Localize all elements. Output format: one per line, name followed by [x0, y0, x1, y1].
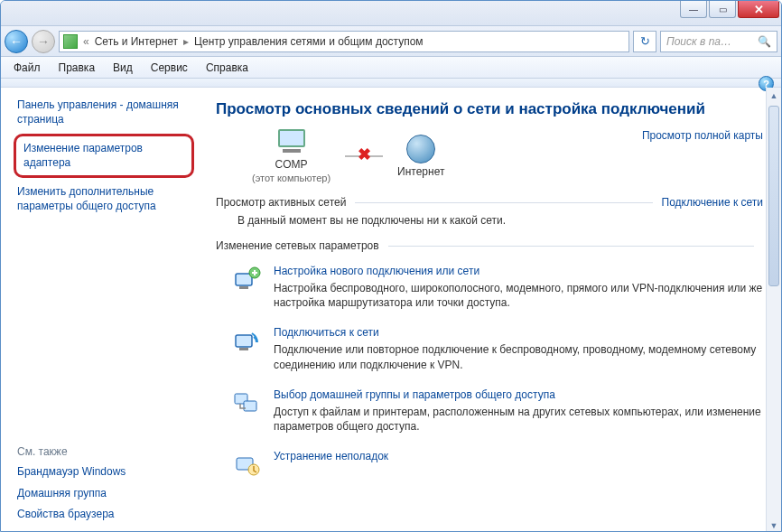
sidebar-change-sharing-settings[interactable]: Изменить дополнительные параметры общего… [17, 182, 191, 217]
breadcrumb-part[interactable]: Сеть и Интернет [95, 35, 178, 48]
option-title: Выбор домашней группы и параметров общег… [274, 388, 763, 401]
option-description: Настройка беспроводного, широкополосного… [274, 281, 763, 310]
option-description: Подключение или повторное подключение к … [274, 342, 763, 371]
sidebar-see-also-label: См. также [17, 438, 191, 462]
content-area: Просмотр основных сведений о сети и наст… [198, 88, 781, 532]
node-label: COMP [275, 158, 308, 171]
refresh-button[interactable]: ↻ [633, 31, 656, 52]
minimize-button[interactable]: — [680, 1, 707, 18]
setup-connection-icon [232, 265, 263, 295]
option-homegroup-sharing[interactable]: Выбор домашней группы и параметров общег… [216, 381, 763, 443]
network-map-row: Просмотр полной карты COMP (этот компьют… [216, 129, 763, 183]
breadcrumb-part[interactable]: Центр управления сетями и общим доступом [194, 35, 424, 48]
connect-network-icon [232, 326, 263, 357]
option-title: Настройка нового подключения или сети [274, 265, 763, 277]
option-setup-new-connection[interactable]: Настройка нового подключения или сети На… [216, 257, 763, 319]
view-full-map-link[interactable]: Просмотр полной карты [642, 129, 763, 142]
menu-help[interactable]: Справка [199, 60, 256, 76]
menu-view[interactable]: Вид [106, 60, 140, 76]
menu-bar: Файл Правка Вид Сервис Справка [1, 57, 781, 79]
address-bar[interactable]: « Сеть и Интернет ▸ Центр управления сет… [59, 31, 629, 52]
section-active-networks: Просмотр активных сетей Подключение к се… [216, 196, 763, 209]
menu-edit[interactable]: Правка [51, 60, 103, 76]
scroll-down-icon[interactable]: ▼ [767, 518, 781, 532]
search-icon: 🔍 [758, 35, 771, 48]
back-button[interactable]: ← [5, 30, 28, 53]
scroll-up-icon[interactable]: ▲ [767, 88, 781, 103]
sidebar-change-adapter-settings[interactable]: Изменение параметров адаптера [14, 134, 194, 178]
section-title: Просмотр активных сетей [216, 196, 346, 209]
svg-rect-3 [236, 335, 252, 347]
option-connect-to-network[interactable]: Подключиться к сети Подключение или повт… [216, 319, 763, 380]
sidebar: Панель управления - домашняя страница Из… [1, 88, 198, 532]
menu-file[interactable]: Файл [6, 60, 48, 76]
troubleshoot-icon [232, 450, 263, 481]
maximize-button[interactable]: ▭ [709, 1, 736, 18]
svg-rect-4 [239, 348, 248, 350]
breadcrumb-prefix: « [83, 35, 89, 48]
no-network-info: В данный момент вы не подключены ни к ка… [216, 214, 763, 227]
location-icon [63, 34, 78, 49]
sidebar-control-panel-home[interactable]: Панель управления - домашняя страница [17, 95, 191, 130]
sidebar-browser-properties[interactable]: Свойства браузера [17, 504, 191, 526]
section-change-settings: Изменение сетевых параметров [216, 239, 763, 252]
scroll-thumb[interactable] [768, 106, 779, 286]
toolbar-strip: ? [1, 79, 781, 88]
option-troubleshoot[interactable]: Устранение неполадок [216, 443, 763, 490]
node-internet: Интернет [397, 135, 444, 178]
network-options-list: Настройка нового подключения или сети На… [216, 257, 763, 490]
chevron-right-icon: ▸ [183, 35, 189, 48]
globe-icon [406, 135, 435, 163]
section-title: Изменение сетевых параметров [216, 239, 379, 252]
sidebar-firewall[interactable]: Брандмауэр Windows [17, 462, 191, 483]
forward-button[interactable]: → [32, 30, 55, 53]
option-description: Доступ к файлам и принтерам, расположенн… [274, 405, 763, 434]
search-placeholder: Поиск в па… [666, 35, 731, 48]
connection-line: ✖ [345, 155, 383, 157]
option-title: Подключиться к сети [274, 326, 763, 339]
node-this-computer: COMP (этот компьютер) [252, 129, 330, 183]
page-title: Просмотр основных сведений о сети и наст… [216, 100, 763, 118]
connect-to-network-link[interactable]: Подключение к сети [662, 196, 763, 209]
option-title: Устранение неполадок [274, 450, 388, 462]
svg-rect-1 [239, 286, 248, 289]
menu-tools[interactable]: Сервис [144, 60, 195, 76]
homegroup-icon [232, 388, 263, 419]
address-bar-row: ← → « Сеть и Интернет ▸ Центр управления… [1, 26, 781, 57]
vertical-scrollbar[interactable]: ▲ ▼ [766, 88, 781, 532]
computer-icon [275, 129, 308, 156]
sidebar-homegroup[interactable]: Домашняя группа [17, 483, 191, 505]
search-input[interactable]: Поиск в па… 🔍 [660, 31, 777, 52]
node-label: Интернет [397, 165, 444, 178]
svg-rect-6 [244, 401, 256, 411]
node-sublabel: (этот компьютер) [252, 173, 330, 183]
close-button[interactable]: ✕ [738, 1, 779, 18]
disconnected-icon: ✖ [358, 145, 371, 164]
window-titlebar: — ▭ ✕ [1, 1, 781, 26]
